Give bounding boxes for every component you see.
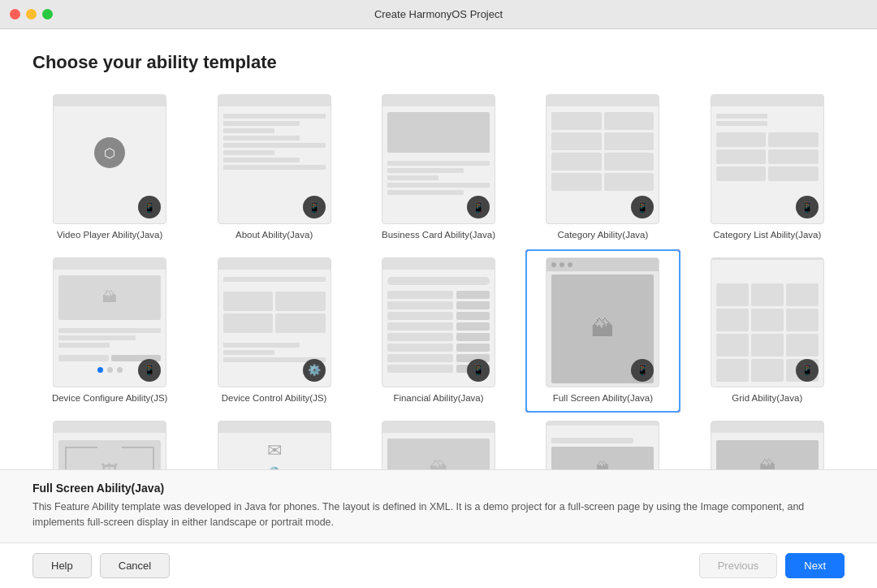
template-name-category: Category Ability(Java) [557, 229, 648, 241]
dot-2 [107, 367, 113, 373]
template-preview-category: 📱 [546, 94, 659, 224]
description-title: Full Screen Ability(Java) [32, 482, 845, 495]
template-preview-video-player: ⬡ 📱 [53, 94, 166, 224]
template-business-card[interactable]: 📱 Business Card Ability(Java) [361, 86, 516, 249]
help-button[interactable]: Help [32, 553, 92, 578]
templates-grid-area: ⬡ 📱 Video Player Ability(Java) [0, 86, 877, 469]
template-name-video-player: Video Player Ability(Java) [57, 229, 162, 241]
template-name-dev-config: Device Configure Ability(JS) [52, 392, 168, 404]
page-title: Choose your ability template [32, 52, 845, 73]
template-name-category-list: Category List Ability(Java) [713, 229, 821, 241]
template-name-dev-control: Device Control Ability(JS) [222, 392, 327, 404]
phone-icon-financial: 📱 [467, 359, 490, 382]
page-header: Choose your ability template [0, 29, 877, 86]
close-button[interactable] [10, 9, 20, 19]
phone-icon-grid: 📱 [796, 359, 819, 382]
phone-icon-devctrl: ⚙️ [303, 359, 326, 382]
cancel-button[interactable]: Cancel [100, 553, 170, 578]
template-row3-col3[interactable]: 🏔 📱 [361, 413, 516, 469]
template-name-financial: Financial Ability(Java) [393, 392, 483, 404]
preview-big-img: 🏔 [716, 440, 819, 469]
lock-icon: 🔒 [263, 465, 285, 469]
template-dev-config[interactable]: 🏔 📱 [32, 249, 187, 413]
description-area: Full Screen Ability(Java) This Feature A… [0, 469, 877, 543]
template-video-player[interactable]: ⬡ 📱 Video Player Ability(Java) [32, 86, 187, 249]
next-button[interactable]: Next [785, 553, 845, 578]
template-name-full-screen: Full Screen Ability(Java) [553, 392, 653, 404]
bottom-right-buttons: Previous Next [699, 553, 845, 578]
template-row3-col2[interactable]: ✉ 🔒 📱 [197, 413, 351, 469]
template-row3-col5[interactable]: 🏔 📱 [690, 413, 845, 469]
minimize-button[interactable] [26, 9, 37, 19]
template-category-list[interactable]: 📱 Category List Ability(Java) [690, 86, 845, 249]
template-preview-grid: 📱 [711, 257, 824, 387]
maximize-button[interactable] [42, 9, 53, 19]
template-preview-dev-config: 🏔 📱 [53, 257, 166, 387]
template-row3-col1[interactable]: 🖼 📱 [32, 413, 187, 469]
template-preview-about: 📱 [218, 94, 331, 224]
template-preview-row3-col3: 🏔 📱 [382, 421, 495, 469]
phone-icon-about: 📱 [303, 196, 326, 218]
template-preview-row3-col2: ✉ 🔒 📱 [218, 421, 331, 469]
previous-button[interactable]: Previous [699, 553, 778, 578]
phone-icon-devconfig: 📱 [138, 359, 161, 382]
templates-grid: ⬡ 📱 Video Player Ability(Java) [32, 86, 845, 469]
phone-icon-biz: 📱 [467, 196, 490, 218]
template-dev-control[interactable]: ⚙️ Device Control Ability(JS) [197, 249, 351, 413]
envelope-icon: ✉ [267, 440, 282, 461]
template-preview-full-screen: 🏔 📱 [546, 257, 659, 387]
template-preview-row3-col5: 🏔 📱 [711, 421, 824, 469]
template-name-about: About Ability(Java) [235, 229, 313, 241]
window-title: Create HarmonyOS Project [374, 8, 503, 20]
phone-icon-catlist: 📱 [796, 196, 819, 218]
template-preview-category-list: 📱 [711, 94, 824, 224]
phone-icon-cat: 📱 [631, 196, 654, 218]
template-name-business-card: Business Card Ability(Java) [382, 229, 495, 241]
main-content: Choose your ability template ⬡ 📱 Video P… [0, 29, 877, 588]
template-name-grid: Grid Ability(Java) [732, 392, 802, 404]
bottom-left-buttons: Help Cancel [32, 553, 170, 578]
phone-icon-vp: 📱 [138, 196, 161, 218]
title-bar: Create HarmonyOS Project [0, 0, 877, 29]
template-grid[interactable]: 📱 Grid Ability(Java) [690, 249, 845, 413]
template-row3-col4[interactable]: 🏔 🏔 📱 [525, 413, 680, 469]
bottom-bar: Help Cancel Previous Next [0, 543, 877, 588]
window-controls [10, 9, 53, 19]
template-preview-dev-control: ⚙️ [218, 257, 331, 387]
template-category[interactable]: 📱 Category Ability(Java) [525, 86, 680, 249]
template-preview-financial: 📱 [382, 257, 495, 387]
template-financial[interactable]: 📱 Financial Ability(Java) [361, 249, 516, 413]
template-preview-row3-col1: 🖼 📱 [53, 421, 166, 469]
template-preview-business-card: 📱 [382, 94, 495, 224]
template-preview-row3-col4: 🏔 🏔 📱 [546, 421, 659, 469]
template-about[interactable]: 📱 About Ability(Java) [197, 86, 351, 249]
dot-3 [117, 367, 123, 373]
preview-img-1: 🏔 [551, 447, 654, 469]
dot-1 [97, 367, 103, 373]
template-full-screen[interactable]: 🏔 📱 Full Screen Ability(Java) [525, 249, 680, 413]
description-text: This Feature Ability template was develo… [32, 499, 845, 530]
